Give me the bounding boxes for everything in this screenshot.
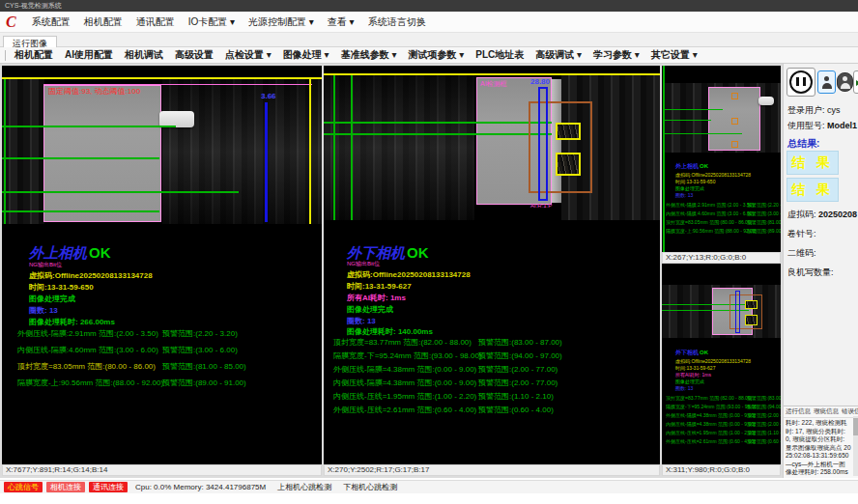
info-scrollbar[interactable] [853, 416, 858, 476]
warn-range: 预警范围:(2.00 - 77.00) [478, 378, 558, 388]
right-view-statusline: X:270;Y:2502;R:17;G:17;B:17 [324, 464, 660, 476]
measure-line-blue [265, 102, 268, 222]
time-line: 时间:13-31-59-627 [347, 281, 412, 292]
tool-learning-params[interactable]: 学习参数 ▾ [587, 48, 645, 62]
menu-item-comm-config[interactable]: 通讯配置 [129, 15, 182, 29]
measure-line-green [665, 109, 723, 110]
measurement-row-mini: 顶封宽度=83.05mm 范围:(80.00 - 86.00)预警范围:(81.… [666, 219, 781, 225]
result-ok-badge: OK [700, 163, 708, 169]
measurement-row: 顶封宽度=83.77mm 范围:(82.00 - 88.00) 预警范围:(83… [333, 337, 472, 348]
tab-defect-info[interactable]: 瑕疵信息 [814, 407, 839, 414]
run-log-text: 耗时: 222, 瑕疵检测耗时: 17, 瑕疵分类耗时: 0, 瑕疵提取分区耗时… [784, 418, 858, 478]
window-titlebar: CYS-视觉检测系统 [0, 0, 858, 12]
tool-advanced-debug[interactable]: 高级调试 ▾ [529, 48, 587, 62]
menu-item-view[interactable]: 查看 ▾ [321, 15, 361, 29]
result-ok-badge: OK [89, 244, 111, 261]
tool-image-processing[interactable]: 图像处理 ▾ [277, 48, 335, 62]
camera-name: 外下相机 [675, 350, 699, 355]
edge-line-yellow [309, 77, 311, 224]
warn-range: 预警范围:(3.00 - 6.00) [162, 345, 238, 355]
exit-button[interactable] [853, 70, 858, 94]
warn-range: 预警范围:(94.00 - 97.00) [747, 404, 781, 409]
left-camera-view[interactable]: 固定阈值:93, 动态阈值:100 3.66 外上相机OK NG输出Bit位 虚… [2, 66, 322, 464]
good-write-count-label: 良机写数量: [787, 266, 834, 279]
user-switch-button[interactable] [817, 70, 836, 94]
tool-camera-debug[interactable]: 相机调试 [119, 48, 169, 62]
ai-elapsed-line-mini: 所有AI耗时: 1ms [675, 372, 711, 378]
thumb-bottom-statusline: X:311;Y:980;R:0;G:0;B:0 [662, 464, 781, 476]
tab-error-info[interactable]: 错误信息 [842, 407, 858, 414]
camera-title-mini: 外上相机OK [675, 162, 708, 171]
total-result-label: 总结果: [787, 137, 819, 151]
defect-box-yellow [556, 123, 581, 140]
info-panel: 运行信息瑕疵信息错误信息 耗时: 222, 瑕疵检测耗时: 17, 瑕疵分类耗时… [784, 406, 858, 478]
roi-box-blue [538, 87, 548, 201]
menu-item-language[interactable]: 系统语言切换 [361, 15, 433, 29]
menu-item-io-config[interactable]: IO卡配置 ▾ [182, 15, 242, 29]
tool-plc-address[interactable]: PLC地址表 [470, 48, 529, 62]
thumb-view-bottom[interactable]: 外下相机OK 虚拟码:Offline20250208133134728 时间:1… [662, 264, 781, 464]
sidebar-panel: 登录用户: cys 使用型号: Model1 总结果: 结 果 结 果 虚拟码:… [783, 64, 858, 478]
tool-ai-usage[interactable]: AI使用配置 [59, 48, 119, 62]
measurement-row: 内侧压线-压线=1.95mm 范围:(1.00 - 2.20) 预警范围:(1.… [333, 391, 476, 402]
tab-connector [758, 97, 774, 105]
measure-value: 外侧压线-隔膜:2.91mm 范围:(2.00 - 3.50) [17, 329, 158, 338]
user-account-button[interactable] [837, 72, 853, 92]
measure-value: 内侧压线-隔膜:4.60mm 范围:(3.00 - 6.00) [17, 346, 158, 354]
camera-title-mini: 外下相机OK [675, 349, 708, 357]
measurement-row-mini: 隔膜宽度-上:90.56mm 范围:(88.00 - 92.00)预警范围:(8… [666, 228, 781, 234]
tool-advanced-settings[interactable]: 高级设置 [169, 48, 219, 62]
window-title: CYS-视觉检测系统 [5, 2, 62, 9]
pause-icon [789, 70, 813, 94]
tool-other-settings[interactable]: 其它设置 ▾ [645, 48, 703, 62]
pause-button[interactable] [786, 68, 815, 97]
result-display-1: 结 果 [786, 151, 839, 175]
virtual-code-label: 虚拟码: 20250208 [787, 209, 857, 221]
camera-name: 外上相机 [675, 163, 699, 169]
model-select[interactable]: Model1 [827, 121, 857, 130]
person-icon [840, 76, 851, 89]
tool-camera-config[interactable]: 相机配置 [9, 48, 59, 62]
elapsed-line: 图像处理耗时: 266.00ms [29, 317, 115, 327]
measure-value: 内侧压线-隔膜=4.38mm 范围:(0.00 - 9.00) [666, 421, 756, 427]
defect-box-yellow [745, 315, 758, 325]
machinery-shading [162, 79, 322, 224]
measure-line-green [351, 75, 353, 220]
thumb-view-top[interactable]: 外上相机OK 虚拟码:Offline20250208133134728 时间:1… [662, 66, 781, 252]
measurement-row: 外侧压线-压线=2.61mm 范围:(0.60 - 4.00) 预警范围:(0.… [333, 405, 476, 415]
result-display-2: 结 果 [786, 178, 839, 202]
measurement-row: 隔膜宽度-上:90.56mm 范围:(88.00 - 92.00) 预警范围:(… [17, 378, 163, 388]
measurement-row: 隔膜宽度-下=95.24mm 范围:(93.00 - 98.00) 预警范围:(… [333, 350, 482, 361]
menu-item-light-config[interactable]: 光源控制配置 ▾ [242, 15, 321, 29]
right-camera-view[interactable]: AI检测框 28.80 AI:R:1:P 外下相机OK NG输出Bit位 虚拟码… [324, 66, 660, 464]
process-done-line: 图像处理完成 [347, 304, 393, 315]
process-done-line-mini: 图像处理完成 [675, 378, 704, 384]
tool-test-params[interactable]: 测试项参数 ▾ [402, 48, 470, 62]
blue-measure-label: 3.66 [261, 92, 276, 100]
login-user-label: 登录用户: cys [787, 104, 841, 117]
measure-line-green [333, 75, 335, 220]
roi-box-blue [735, 291, 740, 333]
warn-range: 预警范围:(1.10 - 2.10) [747, 430, 781, 435]
anchor-box-orange [731, 93, 738, 99]
tool-baseline-params[interactable]: 基准线参数 ▾ [335, 48, 403, 62]
round-count-line: 圈数: 13 [347, 316, 376, 326]
measure-value: 外侧压线-隔膜=4.38mm 范围:(0.00 - 9.00) [333, 365, 476, 374]
measure-value: 外侧压线-压线=2.61mm 范围:(0.60 - 4.00) [333, 406, 476, 414]
menu-bar: C 系统配置 相机配置 通讯配置 IO卡配置 ▾ 光源控制配置 ▾ 查看 ▾ 系… [0, 12, 858, 33]
measure-line-green [324, 122, 552, 124]
measure-value: 顶封宽度=83.05mm 范围:(80.00 - 86.00) [17, 362, 156, 371]
tab-run-info[interactable]: 运行信息 [786, 407, 811, 414]
menu-item-camera-config[interactable]: 相机配置 [77, 15, 129, 29]
measure-value: 隔膜宽度-上:90.56mm 范围:(88.00 - 92.00) [666, 228, 757, 234]
tool-spot-check[interactable]: 点检设置 ▾ [219, 48, 277, 62]
measure-value: 内侧压线-压线=1.95mm 范围:(1.00 - 2.20) [666, 430, 756, 435]
menu-item-system-config[interactable]: 系统配置 [25, 15, 77, 29]
measurement-row: 内侧压线-隔膜=4.38mm 范围:(0.00 - 9.00) 预警范围:(2.… [333, 378, 476, 388]
round-count-line-mini: 圈数: 13 [675, 385, 693, 391]
scrollbar-thumb[interactable] [853, 418, 858, 435]
app-logo-icon: C [6, 13, 16, 32]
login-user-value: cys [827, 105, 841, 115]
blue-measure-label: 28.80 [530, 77, 550, 86]
measure-value: 内侧压线-隔膜:4.60mm 范围:(3.00 - 6.00) [666, 210, 754, 216]
